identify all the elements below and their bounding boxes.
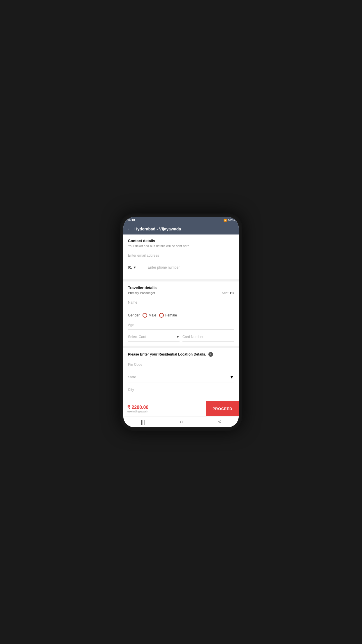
app-header: ← Hyderabad - Vijayawada <box>123 223 239 235</box>
wifi-icon: 📶 <box>224 219 227 222</box>
header-title: Hyderabad - Vijayawada <box>134 227 181 231</box>
back-arrow-icon[interactable]: ← <box>127 226 132 232</box>
gender-row: Gender Male Female <box>128 313 234 318</box>
scroll-content: Contact details Your ticket and bus deta… <box>123 235 239 401</box>
phone-frame: 16:10 📶 100% ← Hyderabad - Vijayawada Co… <box>120 214 242 431</box>
country-code-selector[interactable]: 91 ▼ <box>128 263 145 272</box>
seat-value: P1 <box>230 291 234 295</box>
info-icon: i <box>208 352 213 357</box>
seat-info: Seat P1 <box>222 291 234 295</box>
price-amount: ₹ 2200.00 <box>127 405 202 410</box>
traveller-details-title: Traveller details <box>128 286 234 290</box>
status-bar: 16:10 📶 100% <box>123 217 239 223</box>
traveller-details-section: Traveller details Primary Passenger Seat… <box>123 281 239 346</box>
pincode-input[interactable] <box>128 360 234 369</box>
city-input[interactable] <box>128 385 234 394</box>
proceed-button[interactable]: PROCEED <box>206 401 239 416</box>
nav-bar: ||| ○ < <box>123 416 239 427</box>
location-title: Please Enter your Residential Location D… <box>128 352 206 356</box>
phone-input[interactable] <box>148 263 234 272</box>
seat-label: Seat <box>222 291 229 295</box>
price-value: 2200.00 <box>131 405 148 410</box>
female-radio-circle <box>159 313 164 318</box>
state-selector[interactable]: State ▼ <box>128 372 234 382</box>
male-radio-label: Male <box>149 313 156 317</box>
recent-apps-icon[interactable]: ||| <box>141 419 145 425</box>
price-note: (Excluding taxes) <box>127 410 202 413</box>
contact-details-subtitle: Your ticket and bus details will be sent… <box>128 244 234 248</box>
traveller-header: Primary Passenger Seat P1 <box>128 291 234 295</box>
email-input[interactable] <box>128 251 234 260</box>
select-card-dropdown[interactable]: Select Card ▼ <box>128 332 180 342</box>
phone-screen: 16:10 📶 100% ← Hyderabad - Vijayawada Co… <box>123 217 239 427</box>
status-icons: 📶 100% <box>224 219 235 222</box>
male-radio-option[interactable]: Male <box>143 313 156 318</box>
state-dropdown-arrow-icon: ▼ <box>229 374 234 380</box>
gender-radio-group: Male Female <box>143 313 177 318</box>
home-icon[interactable]: ○ <box>180 419 183 425</box>
location-section: Please Enter your Residential Location D… <box>123 348 239 401</box>
contact-details-section: Contact details Your ticket and bus deta… <box>123 235 239 279</box>
state-placeholder: State <box>128 375 136 379</box>
price-section: ₹ 2200.00 (Excluding taxes) <box>123 402 206 416</box>
female-radio-option[interactable]: Female <box>159 313 177 318</box>
bottom-bar: ₹ 2200.00 (Excluding taxes) PROCEED <box>123 401 239 416</box>
primary-passenger-label: Primary Passenger <box>128 291 155 295</box>
back-nav-icon[interactable]: < <box>218 419 221 425</box>
age-input[interactable] <box>128 321 234 330</box>
location-header: Please Enter your Residential Location D… <box>128 352 234 357</box>
male-radio-circle <box>143 313 147 318</box>
select-card-label: Select Card <box>128 335 146 339</box>
name-input[interactable] <box>128 298 234 307</box>
status-time: 16:10 <box>127 218 135 222</box>
country-code-arrow: ▼ <box>133 265 136 270</box>
contact-details-title: Contact details <box>128 239 234 243</box>
battery-icon: 100% <box>228 219 235 222</box>
phone-row: 91 ▼ <box>128 263 234 272</box>
price-symbol: ₹ <box>127 405 130 410</box>
card-number-input[interactable] <box>182 332 234 342</box>
card-row: Select Card ▼ <box>128 332 234 342</box>
country-code-value: 91 <box>128 265 132 270</box>
gender-label: Gender <box>128 313 140 317</box>
female-radio-label: Female <box>165 313 177 317</box>
select-card-arrow-icon: ▼ <box>176 335 180 339</box>
